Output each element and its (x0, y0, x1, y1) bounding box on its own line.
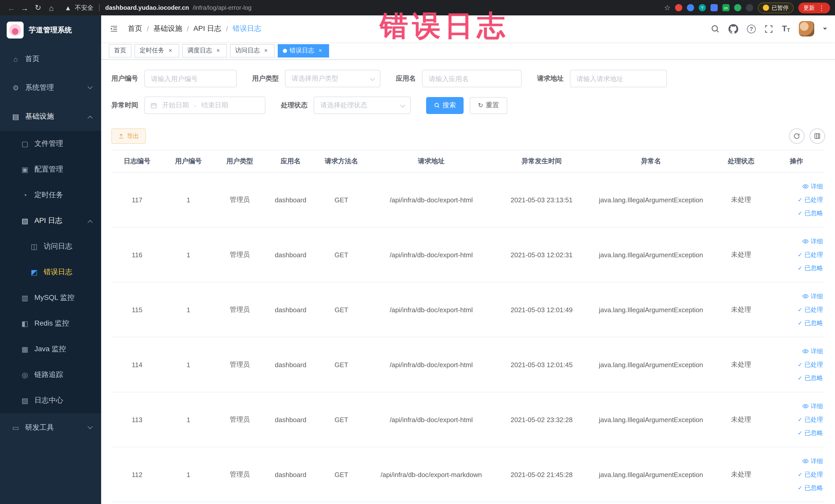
ignore-link[interactable]: ✓已忽略 (769, 206, 823, 220)
sidebar-item-java[interactable]: ▦Java 监控 (0, 336, 101, 362)
paused-badge[interactable]: 已暂停 (758, 2, 794, 13)
detail-link[interactable]: 详细 (769, 345, 823, 358)
detail-link[interactable]: 详细 (769, 455, 823, 468)
processed-link[interactable]: ✓已处理 (769, 303, 823, 316)
detail-link[interactable]: 详细 (769, 235, 823, 248)
reload-button[interactable]: ↻ (32, 2, 44, 14)
sidebar-item-file[interactable]: ▢文件管理 (0, 131, 101, 157)
ignore-link[interactable]: ✓已忽略 (769, 261, 823, 275)
search-button[interactable]: 搜索 (426, 97, 464, 114)
sidebar-toggle[interactable] (109, 25, 119, 33)
export-button[interactable]: 导出 (111, 128, 146, 144)
ignore-link[interactable]: ✓已忽略 (769, 371, 823, 385)
config-icon: ▣ (21, 165, 29, 174)
sidebar-item-dev-tools[interactable]: ▭研发工具 (0, 414, 101, 442)
app-logo[interactable]: 芋道管理系统 (0, 15, 101, 45)
address-bar[interactable]: ▲ 不安全 dashboard.yudao.iocoder.cn/infra/l… (65, 3, 657, 12)
security-label: 不安全 (75, 3, 94, 12)
method-cell: GET (316, 282, 367, 337)
bookmark-star-icon[interactable]: ☆ (664, 4, 670, 12)
github-icon[interactable] (729, 24, 738, 34)
sidebar-item-log-center[interactable]: ▨日志中心 (0, 388, 101, 414)
reset-button[interactable]: ↻ 重置 (470, 97, 507, 114)
processed-link[interactable]: ✓已处理 (769, 358, 823, 371)
column-header: 异常发生时间 (495, 150, 588, 172)
breadcrumb-item[interactable]: API 日志 (194, 24, 222, 33)
processed-link[interactable]: ✓已处理 (769, 468, 823, 481)
request-url-input[interactable] (570, 70, 667, 87)
sidebar-item-api-log[interactable]: ▧API 日志 (0, 208, 101, 234)
date-separator: - (194, 101, 196, 109)
refresh-button[interactable] (789, 128, 805, 144)
sidebar-item-trace[interactable]: ◎链路追踪 (0, 362, 101, 388)
sidebar-item-config[interactable]: ▣配置管理 (0, 157, 101, 182)
breadcrumb-item[interactable]: 首页 (128, 24, 142, 33)
exception-time-range-picker[interactable]: 开始日期 - 结束日期 (144, 97, 265, 114)
home-button[interactable]: ⌂ (45, 2, 58, 14)
sidebar-item-redis[interactable]: ◧Redis 监控 (0, 311, 101, 336)
back-button[interactable]: ← (5, 2, 18, 14)
sidebar-item-label: 日志中心 (34, 396, 63, 405)
refresh-icon (793, 133, 800, 140)
ignore-link[interactable]: ✓已忽略 (769, 426, 823, 440)
detail-link[interactable]: 详细 (769, 180, 823, 193)
extension-red-icon[interactable] (675, 4, 682, 11)
tab-label: 错误日志 (289, 46, 314, 55)
tab-访问日志[interactable]: 访问日志× (230, 44, 274, 57)
status-cell: 未处理 (714, 337, 768, 392)
fullscreen-icon[interactable] (765, 24, 773, 33)
detail-link[interactable]: 详细 (769, 289, 823, 303)
table-body: 1171管理员dashboardGET/api/infra/db-doc/exp… (111, 172, 825, 502)
font-size-icon[interactable]: TT (782, 25, 790, 33)
sidebar-item-infra[interactable]: ▤基础设施 (0, 102, 101, 131)
breadcrumb-item[interactable]: 基础设施 (154, 24, 182, 33)
extension-paw-icon[interactable] (746, 4, 753, 11)
close-icon[interactable]: × (167, 47, 174, 54)
user-id-input[interactable] (144, 70, 237, 87)
processed-link[interactable]: ✓已处理 (769, 248, 823, 261)
end-date-placeholder: 结束日期 (202, 101, 228, 110)
sidebar-item-home[interactable]: ⌂首页 (0, 45, 101, 74)
close-icon[interactable]: × (262, 47, 269, 54)
help-icon[interactable]: ? (747, 24, 756, 33)
tab-定时任务[interactable]: 定时任务× (135, 44, 179, 57)
forward-button[interactable]: → (19, 2, 31, 14)
user-type-cell: 管理员 (214, 172, 265, 227)
refresh-icon: ↻ (478, 102, 483, 109)
close-icon[interactable]: × (215, 47, 222, 54)
tab-首页[interactable]: 首页 (109, 44, 131, 57)
close-icon[interactable]: × (317, 47, 324, 54)
check-icon: ✓ (798, 316, 802, 330)
user-type-select[interactable]: 请选择用户类型 (285, 70, 381, 87)
extension-leaf-icon[interactable] (734, 4, 741, 11)
request-url-cell: /api/infra/db-doc/export-markdown (367, 447, 495, 502)
tab-错误日志[interactable]: 错误日志× (278, 44, 329, 57)
extension-on-badge-icon[interactable]: on (722, 4, 730, 11)
sidebar-item-system[interactable]: ⚙系统管理 (0, 74, 101, 102)
sidebar-item-error-log[interactable]: ◩错误日志 (0, 259, 101, 285)
extension-y-icon[interactable]: Y (699, 4, 706, 11)
browser-update-button[interactable]: 更新 ⋮ (798, 2, 830, 13)
address-separator (99, 4, 100, 11)
app-name-cell: dashboard (265, 172, 316, 227)
ignore-link[interactable]: ✓已忽略 (769, 316, 823, 330)
column-settings-button[interactable] (810, 128, 825, 144)
process-status-select[interactable]: 请选择处理状态 (314, 97, 411, 114)
processed-link[interactable]: ✓已处理 (769, 193, 823, 206)
browser-menu-icon[interactable]: ⋮ (818, 4, 825, 11)
search-icon (434, 102, 440, 108)
search-icon[interactable] (711, 24, 720, 33)
extension-blue-drop-icon[interactable] (687, 4, 694, 11)
extension-grid-icon[interactable] (711, 4, 718, 11)
sidebar-item-mysql[interactable]: ▥MySQL 监控 (0, 285, 101, 311)
user-menu-caret-icon[interactable] (823, 28, 827, 32)
check-icon: ✓ (798, 371, 802, 385)
user-avatar[interactable] (799, 21, 814, 37)
sidebar-item-job[interactable]: ◔定时任务 (0, 182, 101, 208)
tab-调度日志[interactable]: 调度日志× (182, 44, 227, 57)
ignore-link[interactable]: ✓已忽略 (769, 481, 823, 495)
detail-link[interactable]: 详细 (769, 400, 823, 413)
processed-link[interactable]: ✓已处理 (769, 413, 823, 426)
app-name-input[interactable] (422, 70, 522, 87)
sidebar-item-access-log[interactable]: ◫访问日志 (0, 234, 101, 259)
